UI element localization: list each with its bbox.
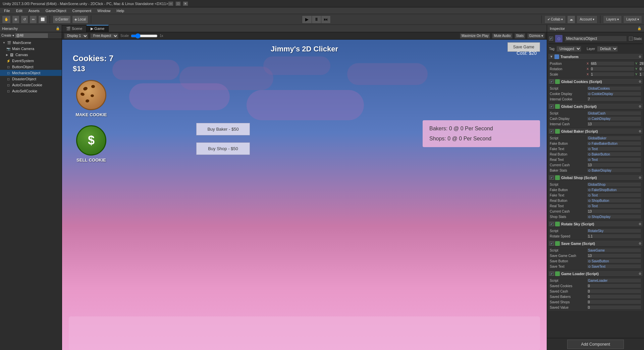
add-component-button[interactable]: Add Component <box>567 340 624 349</box>
layers-button[interactable]: Layers ▾ <box>603 15 622 24</box>
stats-button[interactable]: Stats <box>515 33 526 39</box>
gameloader-settings-icon[interactable]: ⚙ <box>639 272 641 275</box>
object-active-checkbox[interactable] <box>549 37 553 41</box>
collab-button[interactable]: ✔ Collab ▾ <box>544 15 566 24</box>
globalcash-header[interactable]: Global Cash (Script) ⚙ <box>548 103 643 110</box>
hierarchy-item-maincamera[interactable]: 📷 Main Camera <box>0 46 62 52</box>
scl-x-input[interactable] <box>590 72 635 77</box>
menu-file[interactable]: File <box>1 8 13 13</box>
hierarchy-item-disasterobject[interactable]: □ DisasterObject <box>0 76 62 82</box>
gca-internalcash-value[interactable]: 13 <box>587 122 641 126</box>
aspect-select[interactable]: Free Aspect <box>90 33 118 39</box>
menu-edit[interactable]: Edit <box>13 8 25 13</box>
globalcookies-checkbox[interactable] <box>550 80 554 84</box>
pivot-center-button[interactable]: ⊙ Center <box>53 15 71 24</box>
hierarchy-item-eventsystem[interactable]: ⚡ EventSystem <box>0 58 62 64</box>
display-select[interactable]: Display 1 <box>64 33 88 39</box>
rs-speed-value[interactable]: 1.1 <box>587 234 641 238</box>
menu-gameobject[interactable]: GameObject <box>43 8 69 13</box>
scl-y-input[interactable] <box>639 72 644 77</box>
transform-header[interactable]: ▼ Transform ⚙ <box>548 54 643 60</box>
make-cookie-button[interactable]: MAKE COOKIE <box>73 77 110 120</box>
gameloader-header[interactable]: Game Loader (Script) ⚙ <box>548 271 643 277</box>
sell-cookie-button[interactable]: $ SELL COOKIE <box>73 125 110 166</box>
gs-currentcash-value[interactable]: 13 <box>587 209 641 214</box>
rot-y-input[interactable] <box>639 67 644 71</box>
pos-x-input[interactable] <box>590 61 635 66</box>
sg-cash-value[interactable]: 13 <box>587 253 641 258</box>
menu-assets[interactable]: Assets <box>26 8 42 13</box>
tag-select[interactable]: Untagged <box>556 46 581 52</box>
gl-savedshops-value[interactable]: 0 <box>587 300 641 304</box>
buy-shop-button[interactable]: Buy Shop - $50 <box>196 142 250 155</box>
gb-currentcash-value[interactable]: 13 <box>587 163 641 167</box>
buy-baker-button[interactable]: Buy Baker - $50 <box>196 123 250 135</box>
gameloader-checkbox[interactable] <box>550 272 554 276</box>
globalbaker-checkbox[interactable] <box>550 129 554 133</box>
move-tool[interactable]: ⊕ <box>12 15 19 24</box>
mute-audio-button[interactable]: Mute Audio <box>492 33 512 39</box>
savegame-checkbox[interactable] <box>550 242 554 246</box>
minimize-button[interactable]: ─ <box>168 1 173 6</box>
hierarchy-item-autosellcookie[interactable]: □ AutoSellCookie <box>0 88 62 94</box>
step-button[interactable]: ⏭ <box>321 16 330 23</box>
hierarchy-search[interactable] <box>15 33 48 38</box>
static-checkbox[interactable] <box>629 37 633 41</box>
object-name-field[interactable] <box>565 36 627 42</box>
globalshop-header[interactable]: Global Shop (Script) ⚙ <box>548 175 643 181</box>
globalshop-settings-icon[interactable]: ⚙ <box>639 176 641 179</box>
layout-button[interactable]: Layout ▾ <box>623 15 642 24</box>
menu-help[interactable]: Help <box>114 8 127 13</box>
menu-component[interactable]: Component <box>69 8 94 13</box>
tab-scene[interactable]: 🎬 Scene <box>62 25 87 32</box>
scale-slider[interactable] <box>131 34 158 38</box>
tab-game[interactable]: ▶ Game <box>87 25 109 32</box>
play-button[interactable]: ▶ <box>302 16 312 23</box>
gc-internalcookie-value[interactable]: 7 <box>587 97 641 101</box>
globalbaker-settings-icon[interactable]: ⚙ <box>639 130 641 133</box>
layer-select[interactable]: Default <box>597 46 618 52</box>
pos-y-input[interactable] <box>639 61 644 66</box>
maximize-button[interactable]: □ <box>175 1 181 6</box>
rot-x-input[interactable] <box>590 67 635 71</box>
inspector-lock-icon[interactable]: 🔒 <box>637 27 641 30</box>
hierarchy-item-canvas[interactable]: ▶ 🖼 Canvas <box>0 52 62 58</box>
hierarchy-item-autocreatecookie[interactable]: □ AutoCreateCookie <box>0 82 62 88</box>
hierarchy-item-buttonobject[interactable]: □ ButtonObject <box>0 64 62 70</box>
globalbaker-header[interactable]: Global Baker (Script) ⚙ <box>548 128 643 134</box>
close-button[interactable]: ✕ <box>183 1 188 6</box>
rect-tool[interactable]: ⬜ <box>38 15 47 24</box>
menu-window[interactable]: Window <box>95 8 113 13</box>
globalshop-checkbox[interactable] <box>550 176 554 180</box>
scl-x-field: X <box>587 72 635 77</box>
scale-tool[interactable]: ⇔ <box>30 15 37 24</box>
gl-savedcookies-value[interactable]: 0 <box>587 283 641 288</box>
gl-savedvalue-value[interactable]: 0 <box>587 305 641 310</box>
pivot-local-button[interactable]: ◈ Local <box>72 15 88 24</box>
gl-savedbakers-value[interactable]: 0 <box>587 294 641 299</box>
gizmos-button[interactable]: Gizmos ▾ <box>527 33 545 39</box>
savegame-settings-icon[interactable]: ⚙ <box>639 242 641 245</box>
hierarchy-item-mechanicsobject[interactable]: □ MechanicsObject <box>0 70 62 76</box>
transform-settings-icon[interactable]: ⚙ <box>639 55 641 58</box>
savegame-header[interactable]: Save Game (Script) ⚙ <box>548 240 643 247</box>
maximize-on-play-button[interactable]: Maximize On Play <box>460 33 490 39</box>
globalcash-checkbox[interactable] <box>550 104 554 108</box>
create-dropdown[interactable]: Create ▾ <box>1 34 14 37</box>
cloud-button[interactable]: ☁ <box>567 15 575 24</box>
gl-savedcash-value[interactable]: 0 <box>587 289 641 294</box>
hierarchy-item-mainscene[interactable]: ▼ 🎬 MainScene <box>0 40 62 46</box>
account-button[interactable]: Account ▾ <box>577 15 597 24</box>
rs-speed-label: Rotate Speed <box>550 234 587 238</box>
globalcash-settings-icon[interactable]: ⚙ <box>639 105 641 108</box>
globalcookies-settings-icon[interactable]: ⚙ <box>639 80 641 83</box>
rotate-tool[interactable]: ↺ <box>21 15 28 24</box>
component-gameloader: Game Loader (Script) ⚙ Script GameLoader… <box>548 271 643 311</box>
globalcookies-header[interactable]: Global Cookies (Script) ⚙ <box>548 79 643 85</box>
pause-button[interactable]: ⏸ <box>312 16 321 23</box>
rotatesky-checkbox[interactable] <box>550 222 554 226</box>
rotatesky-settings-icon[interactable]: ⚙ <box>639 222 641 226</box>
rotatesky-header[interactable]: Rotate Sky (Script) ⚙ <box>548 221 643 227</box>
hierarchy-lock-icon[interactable]: 🔒 <box>56 27 60 30</box>
hand-tool[interactable]: ✋ <box>2 15 11 24</box>
